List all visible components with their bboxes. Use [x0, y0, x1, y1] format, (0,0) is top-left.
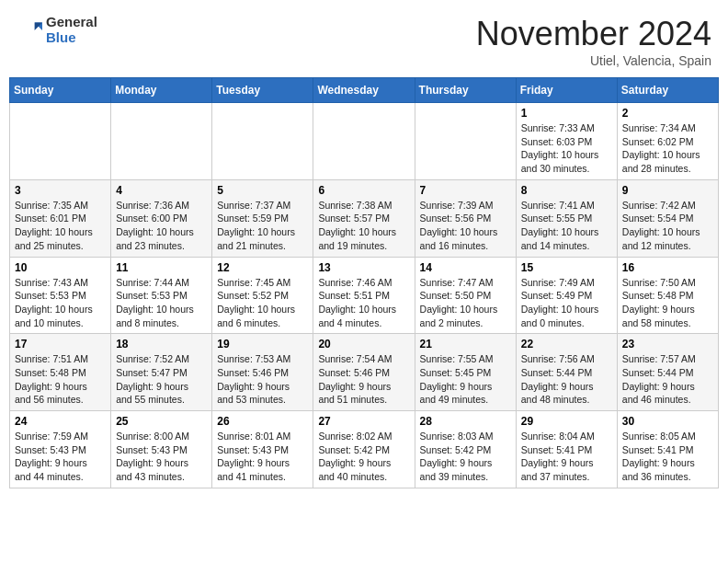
table-cell: [313, 103, 415, 180]
day-number: 21: [420, 338, 511, 350]
table-cell: 23Sunrise: 7:57 AM Sunset: 5:44 PM Dayli…: [617, 334, 718, 411]
table-cell: [415, 103, 516, 180]
table-cell: 12Sunrise: 7:45 AM Sunset: 5:52 PM Dayli…: [212, 257, 313, 334]
table-cell: 28Sunrise: 8:03 AM Sunset: 5:42 PM Dayli…: [415, 411, 516, 488]
day-number: 26: [217, 415, 308, 428]
table-cell: 8Sunrise: 7:41 AM Sunset: 5:55 PM Daylig…: [516, 179, 617, 257]
day-number: 23: [622, 338, 713, 350]
day-number: 16: [622, 261, 713, 274]
table-cell: 25Sunrise: 8:00 AM Sunset: 5:43 PM Dayli…: [111, 411, 212, 488]
day-info: Sunrise: 8:00 AM Sunset: 5:43 PM Dayligh…: [116, 430, 207, 484]
col-saturday: Saturday: [617, 78, 718, 103]
col-monday: Monday: [111, 78, 212, 103]
table-cell: 16Sunrise: 7:50 AM Sunset: 5:48 PM Dayli…: [617, 257, 718, 334]
day-number: 24: [15, 415, 106, 428]
day-info: Sunrise: 7:51 AM Sunset: 5:48 PM Dayligh…: [15, 352, 106, 407]
calendar-table: Sunday Monday Tuesday Wednesday Thursday…: [9, 77, 719, 488]
table-cell: 6Sunrise: 7:38 AM Sunset: 5:57 PM Daylig…: [313, 179, 415, 257]
col-thursday: Thursday: [415, 78, 516, 103]
day-info: Sunrise: 7:37 AM Sunset: 5:59 PM Dayligh…: [217, 199, 308, 253]
table-cell: 22Sunrise: 7:56 AM Sunset: 5:44 PM Dayli…: [516, 334, 617, 411]
logo-text: General Blue: [46, 15, 97, 45]
day-number: 22: [521, 338, 612, 350]
table-cell: 11Sunrise: 7:44 AM Sunset: 5:53 PM Dayli…: [111, 257, 212, 334]
table-cell: 13Sunrise: 7:46 AM Sunset: 5:51 PM Dayli…: [313, 257, 415, 334]
day-info: Sunrise: 7:47 AM Sunset: 5:50 PM Dayligh…: [420, 276, 511, 330]
logo-general-text: General: [46, 15, 97, 30]
page-header: General Blue November 2024 Utiel, Valenc…: [9, 9, 719, 74]
day-info: Sunrise: 7:33 AM Sunset: 6:03 PM Dayligh…: [521, 121, 612, 176]
day-number: 1: [521, 107, 612, 120]
day-number: 11: [116, 261, 207, 274]
day-info: Sunrise: 8:01 AM Sunset: 5:43 PM Dayligh…: [217, 430, 308, 484]
table-cell: 2Sunrise: 7:34 AM Sunset: 6:02 PM Daylig…: [617, 103, 718, 180]
day-number: 14: [420, 261, 511, 274]
day-number: 9: [622, 184, 713, 197]
day-info: Sunrise: 7:35 AM Sunset: 6:01 PM Dayligh…: [15, 199, 106, 253]
table-cell: 10Sunrise: 7:43 AM Sunset: 5:53 PM Dayli…: [10, 257, 111, 334]
week-row-5: 24Sunrise: 7:59 AM Sunset: 5:43 PM Dayli…: [10, 411, 719, 488]
table-cell: 17Sunrise: 7:51 AM Sunset: 5:48 PM Dayli…: [10, 334, 111, 411]
day-number: 7: [420, 184, 511, 197]
day-info: Sunrise: 7:46 AM Sunset: 5:51 PM Dayligh…: [318, 276, 409, 330]
table-cell: 27Sunrise: 8:02 AM Sunset: 5:42 PM Dayli…: [313, 411, 415, 488]
table-cell: [111, 103, 212, 180]
table-cell: 14Sunrise: 7:47 AM Sunset: 5:50 PM Dayli…: [415, 257, 516, 334]
day-number: 19: [217, 338, 308, 350]
day-number: 30: [622, 415, 713, 428]
table-cell: 29Sunrise: 8:04 AM Sunset: 5:41 PM Dayli…: [516, 411, 617, 488]
calendar-header: Sunday Monday Tuesday Wednesday Thursday…: [10, 78, 719, 103]
day-info: Sunrise: 8:03 AM Sunset: 5:42 PM Dayligh…: [420, 430, 511, 484]
table-cell: 1Sunrise: 7:33 AM Sunset: 6:03 PM Daylig…: [516, 103, 617, 180]
week-row-3: 10Sunrise: 7:43 AM Sunset: 5:53 PM Dayli…: [10, 257, 719, 334]
day-number: 29: [521, 415, 612, 428]
calendar-body: 1Sunrise: 7:33 AM Sunset: 6:03 PM Daylig…: [10, 103, 719, 488]
day-info: Sunrise: 7:44 AM Sunset: 5:53 PM Dayligh…: [116, 276, 207, 330]
title-block: November 2024 Utiel, Valencia, Spain: [476, 15, 711, 68]
logo: General Blue: [17, 15, 97, 45]
table-cell: 26Sunrise: 8:01 AM Sunset: 5:43 PM Dayli…: [212, 411, 313, 488]
day-info: Sunrise: 8:05 AM Sunset: 5:41 PM Dayligh…: [622, 430, 713, 484]
week-row-1: 1Sunrise: 7:33 AM Sunset: 6:03 PM Daylig…: [10, 103, 719, 180]
table-cell: [10, 103, 111, 180]
col-sunday: Sunday: [10, 78, 111, 103]
day-info: Sunrise: 7:50 AM Sunset: 5:48 PM Dayligh…: [622, 276, 713, 330]
day-info: Sunrise: 7:34 AM Sunset: 6:02 PM Dayligh…: [622, 121, 713, 176]
logo-blue-text: Blue: [46, 30, 97, 46]
table-cell: 18Sunrise: 7:52 AM Sunset: 5:47 PM Dayli…: [111, 334, 212, 411]
day-info: Sunrise: 7:45 AM Sunset: 5:52 PM Dayligh…: [217, 276, 308, 330]
table-cell: 3Sunrise: 7:35 AM Sunset: 6:01 PM Daylig…: [10, 179, 111, 257]
day-info: Sunrise: 7:54 AM Sunset: 5:46 PM Dayligh…: [318, 352, 409, 407]
day-number: 2: [622, 107, 713, 120]
table-cell: 20Sunrise: 7:54 AM Sunset: 5:46 PM Dayli…: [313, 334, 415, 411]
table-cell: 7Sunrise: 7:39 AM Sunset: 5:56 PM Daylig…: [415, 179, 516, 257]
day-info: Sunrise: 7:57 AM Sunset: 5:44 PM Dayligh…: [622, 352, 713, 407]
day-info: Sunrise: 7:42 AM Sunset: 5:54 PM Dayligh…: [622, 199, 713, 253]
table-cell: 21Sunrise: 7:55 AM Sunset: 5:45 PM Dayli…: [415, 334, 516, 411]
day-info: Sunrise: 7:53 AM Sunset: 5:46 PM Dayligh…: [217, 352, 308, 407]
day-number: 5: [217, 184, 308, 197]
day-number: 28: [420, 415, 511, 428]
day-number: 3: [15, 184, 106, 197]
col-friday: Friday: [516, 78, 617, 103]
week-row-4: 17Sunrise: 7:51 AM Sunset: 5:48 PM Dayli…: [10, 334, 719, 411]
day-number: 25: [116, 415, 207, 428]
day-number: 13: [318, 261, 409, 274]
day-number: 15: [521, 261, 612, 274]
day-info: Sunrise: 7:55 AM Sunset: 5:45 PM Dayligh…: [420, 352, 511, 407]
month-title: November 2024: [476, 15, 711, 53]
logo-icon: [17, 17, 42, 43]
day-info: Sunrise: 7:49 AM Sunset: 5:49 PM Dayligh…: [521, 276, 612, 330]
day-info: Sunrise: 8:04 AM Sunset: 5:41 PM Dayligh…: [521, 430, 612, 484]
day-number: 20: [318, 338, 409, 350]
day-info: Sunrise: 7:38 AM Sunset: 5:57 PM Dayligh…: [318, 199, 409, 253]
header-row: Sunday Monday Tuesday Wednesday Thursday…: [10, 78, 719, 103]
day-info: Sunrise: 7:39 AM Sunset: 5:56 PM Dayligh…: [420, 199, 511, 253]
location-text: Utiel, Valencia, Spain: [476, 53, 711, 68]
day-number: 10: [15, 261, 106, 274]
day-number: 27: [318, 415, 409, 428]
table-cell: 19Sunrise: 7:53 AM Sunset: 5:46 PM Dayli…: [212, 334, 313, 411]
day-number: 18: [116, 338, 207, 350]
day-info: Sunrise: 7:59 AM Sunset: 5:43 PM Dayligh…: [15, 430, 106, 484]
day-info: Sunrise: 7:43 AM Sunset: 5:53 PM Dayligh…: [15, 276, 106, 330]
